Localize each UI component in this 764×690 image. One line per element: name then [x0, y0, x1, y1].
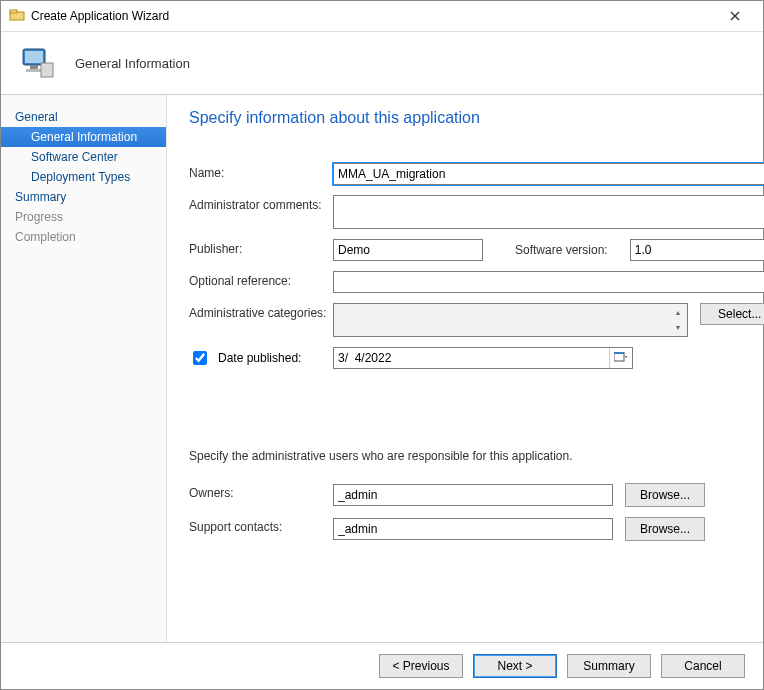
- nav-general-information[interactable]: General Information: [1, 127, 166, 147]
- name-label: Name:: [189, 163, 329, 180]
- banner: General Information: [1, 32, 763, 94]
- date-published-label: Date published:: [218, 351, 301, 365]
- svg-rect-8: [614, 352, 624, 354]
- admin-categories-box[interactable]: ▴ ▾: [333, 303, 688, 337]
- svg-rect-4: [30, 65, 38, 69]
- previous-button[interactable]: < Previous: [379, 654, 463, 678]
- date-published-input[interactable]: [333, 347, 633, 369]
- window-title: Create Application Wizard: [31, 9, 715, 23]
- form: Name: Administrator comments: ▴ ▾ Publis…: [189, 163, 741, 541]
- titlebar: Create Application Wizard: [1, 1, 763, 32]
- nav-deployment-types[interactable]: Deployment Types: [1, 167, 166, 187]
- admin-comments-input[interactable]: ▴ ▾: [333, 195, 764, 229]
- responsible-users-text: Specify the administrative users who are…: [189, 449, 764, 463]
- owners-label: Owners:: [189, 483, 329, 500]
- nav-summary[interactable]: Summary: [1, 187, 166, 207]
- name-input[interactable]: [333, 163, 764, 185]
- owners-browse-button[interactable]: Browse...: [625, 483, 705, 507]
- publisher-label: Publisher:: [189, 239, 329, 256]
- software-version-label: Software version:: [515, 243, 608, 257]
- date-published-picker[interactable]: [333, 347, 633, 369]
- app-icon: [9, 8, 25, 24]
- banner-title: General Information: [75, 56, 190, 71]
- wizard-content: Specify information about this applicati…: [167, 95, 763, 642]
- summary-button[interactable]: Summary: [567, 654, 651, 678]
- select-categories-button[interactable]: Select...: [700, 303, 764, 325]
- date-published-checkbox[interactable]: [193, 351, 207, 365]
- wizard-footer: < Previous Next > Summary Cancel: [1, 642, 763, 689]
- software-version-input[interactable]: [630, 239, 764, 261]
- svg-rect-6: [41, 63, 53, 77]
- calendar-dropdown-icon[interactable]: [609, 348, 632, 368]
- cancel-button[interactable]: Cancel: [661, 654, 745, 678]
- optional-reference-input[interactable]: [333, 271, 764, 293]
- wizard-nav: General General Information Software Cen…: [1, 95, 167, 642]
- page-heading: Specify information about this applicati…: [189, 109, 741, 127]
- svg-rect-5: [26, 69, 42, 72]
- spinner-up-icon[interactable]: ▴: [670, 305, 686, 320]
- admin-comments-label: Administrator comments:: [189, 195, 329, 212]
- support-contacts-label: Support contacts:: [189, 517, 329, 534]
- nav-general[interactable]: General: [1, 107, 166, 127]
- wizard-window: Create Application Wizard General Inform…: [0, 0, 764, 690]
- owners-input[interactable]: [333, 484, 613, 506]
- wizard-icon: [17, 43, 57, 83]
- nav-progress[interactable]: Progress: [1, 207, 166, 227]
- nav-completion[interactable]: Completion: [1, 227, 166, 247]
- optional-reference-label: Optional reference:: [189, 271, 329, 288]
- svg-rect-1: [10, 10, 17, 13]
- spinner-down-icon[interactable]: ▾: [670, 320, 686, 335]
- admin-categories-spinner[interactable]: ▴ ▾: [670, 305, 686, 335]
- publisher-input[interactable]: [333, 239, 483, 261]
- admin-categories-label: Administrative categories:: [189, 303, 329, 320]
- close-button[interactable]: [715, 2, 755, 30]
- wizard-body: General General Information Software Cen…: [1, 94, 763, 642]
- nav-software-center[interactable]: Software Center: [1, 147, 166, 167]
- next-button[interactable]: Next >: [473, 654, 557, 678]
- svg-rect-3: [25, 51, 43, 63]
- support-contacts-input[interactable]: [333, 518, 613, 540]
- support-contacts-browse-button[interactable]: Browse...: [625, 517, 705, 541]
